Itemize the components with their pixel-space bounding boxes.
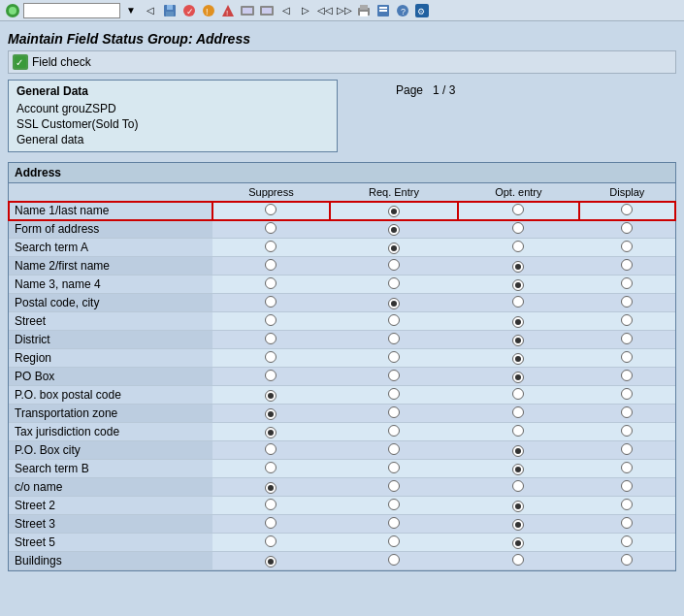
radio-cell-suppress[interactable] <box>212 257 330 276</box>
toolbar-icon5[interactable] <box>258 2 276 19</box>
radio-unselected[interactable] <box>621 462 633 473</box>
radio-cell-req[interactable] <box>330 331 458 349</box>
radio-unselected[interactable] <box>621 204 633 215</box>
radio-unselected[interactable] <box>388 425 400 437</box>
radio-cell-opt[interactable] <box>458 331 579 349</box>
radio-cell-opt[interactable] <box>458 220 579 239</box>
radio-cell-req[interactable] <box>330 202 458 220</box>
radio-cell-req[interactable] <box>330 441 458 460</box>
toolbar-icon2[interactable]: ! <box>200 2 217 19</box>
radio-cell-suppress[interactable] <box>212 441 330 460</box>
radio-unselected[interactable] <box>388 499 400 510</box>
radio-cell-suppress[interactable] <box>212 276 330 294</box>
radio-cell-req[interactable] <box>330 257 458 276</box>
toolbar-settings-icon[interactable] <box>375 2 392 19</box>
radio-cell-opt[interactable] <box>458 478 579 497</box>
radio-cell-req[interactable] <box>330 405 458 423</box>
radio-cell-display[interactable] <box>579 276 675 294</box>
radio-cell-opt[interactable] <box>458 405 579 423</box>
radio-cell-suppress[interactable] <box>212 220 330 239</box>
radio-cell-opt[interactable] <box>458 276 579 294</box>
radio-selected[interactable] <box>512 335 524 346</box>
radio-unselected[interactable] <box>265 370 277 381</box>
radio-unselected[interactable] <box>621 314 633 326</box>
radio-cell-req[interactable] <box>330 534 458 552</box>
radio-unselected[interactable] <box>265 535 277 547</box>
radio-cell-display[interactable] <box>579 331 675 349</box>
radio-unselected[interactable] <box>388 443 400 455</box>
toolbar-dropdown-icon[interactable]: ▼ <box>122 2 140 19</box>
radio-selected[interactable] <box>388 298 400 309</box>
radio-unselected[interactable] <box>388 277 400 289</box>
radio-selected[interactable] <box>265 408 277 420</box>
radio-unselected[interactable] <box>621 388 633 400</box>
toolbar-cust-icon[interactable]: ⚙ <box>413 2 431 19</box>
toolbar-back-icon[interactable]: ◁ <box>142 2 159 19</box>
radio-cell-req[interactable] <box>330 423 458 441</box>
radio-selected[interactable] <box>512 353 524 365</box>
radio-selected[interactable] <box>512 519 524 531</box>
radio-unselected[interactable] <box>265 333 277 344</box>
radio-selected[interactable] <box>512 316 524 328</box>
radio-cell-req[interactable] <box>330 552 458 570</box>
radio-selected[interactable] <box>512 501 524 512</box>
radio-unselected[interactable] <box>512 204 524 215</box>
radio-unselected[interactable] <box>388 406 400 418</box>
radio-unselected[interactable] <box>265 296 277 308</box>
radio-cell-opt[interactable] <box>458 257 579 276</box>
radio-cell-opt[interactable] <box>458 552 579 570</box>
toolbar-icon3[interactable]: ! <box>219 2 237 19</box>
radio-cell-display[interactable] <box>579 312 675 331</box>
radio-unselected[interactable] <box>388 370 400 381</box>
radio-selected[interactable] <box>265 482 277 494</box>
radio-cell-opt[interactable] <box>458 534 579 552</box>
radio-selected[interactable] <box>512 372 524 383</box>
radio-cell-display[interactable] <box>579 460 675 478</box>
radio-unselected[interactable] <box>388 535 400 547</box>
radio-unselected[interactable] <box>265 351 277 363</box>
radio-selected[interactable] <box>265 556 277 567</box>
radio-cell-display[interactable] <box>579 515 675 534</box>
radio-cell-suppress[interactable] <box>212 331 330 349</box>
radio-unselected[interactable] <box>621 480 633 492</box>
radio-cell-display[interactable] <box>579 202 675 220</box>
toolbar-icon4[interactable] <box>239 2 256 19</box>
radio-unselected[interactable] <box>621 425 633 437</box>
radio-selected[interactable] <box>512 261 524 273</box>
radio-selected[interactable] <box>265 390 277 402</box>
radio-cell-suppress[interactable] <box>212 312 330 331</box>
radio-cell-display[interactable] <box>579 294 675 312</box>
radio-unselected[interactable] <box>265 499 277 510</box>
radio-cell-req[interactable] <box>330 239 458 257</box>
radio-unselected[interactable] <box>621 351 633 363</box>
radio-cell-suppress[interactable] <box>212 368 330 386</box>
radio-unselected[interactable] <box>621 296 633 308</box>
radio-cell-req[interactable] <box>330 312 458 331</box>
radio-cell-suppress[interactable] <box>212 552 330 570</box>
radio-cell-suppress[interactable] <box>212 202 330 220</box>
radio-cell-opt[interactable] <box>458 460 579 478</box>
radio-unselected[interactable] <box>265 517 277 529</box>
radio-cell-display[interactable] <box>579 423 675 441</box>
radio-unselected[interactable] <box>265 222 277 234</box>
radio-unselected[interactable] <box>388 517 400 529</box>
toolbar-print-icon[interactable] <box>355 2 373 19</box>
radio-cell-display[interactable] <box>579 257 675 276</box>
radio-selected[interactable] <box>512 464 524 475</box>
radio-selected[interactable] <box>388 206 400 217</box>
radio-cell-req[interactable] <box>330 349 458 368</box>
radio-cell-opt[interactable] <box>458 349 579 368</box>
radio-cell-display[interactable] <box>579 386 675 405</box>
radio-unselected[interactable] <box>265 277 277 289</box>
radio-selected[interactable] <box>388 243 400 254</box>
radio-cell-req[interactable] <box>330 460 458 478</box>
radio-selected[interactable] <box>512 537 524 549</box>
radio-cell-suppress[interactable] <box>212 460 330 478</box>
radio-cell-req[interactable] <box>330 294 458 312</box>
radio-cell-display[interactable] <box>579 534 675 552</box>
radio-cell-suppress[interactable] <box>212 386 330 405</box>
radio-cell-opt[interactable] <box>458 294 579 312</box>
radio-cell-opt[interactable] <box>458 423 579 441</box>
radio-unselected[interactable] <box>388 554 400 566</box>
radio-cell-suppress[interactable] <box>212 497 330 515</box>
